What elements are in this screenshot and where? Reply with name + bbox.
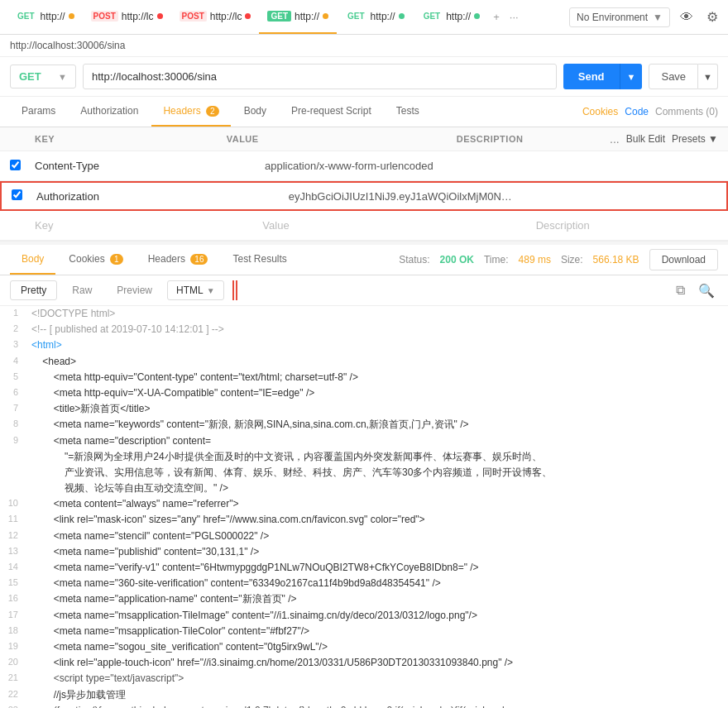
format-dropdown[interactable]: HTML ▼ [167,280,224,300]
code-line: 6 <meta http-equiv="X-UA-Compatible" con… [0,385,728,401]
save-button[interactable]: Save [649,64,698,89]
status-value: 200 OK [440,254,474,266]
code-view: 1<!DOCTYPE html>2<!-- [ published at 201… [0,306,728,708]
line-number: 8 [7,417,31,433]
save-dropdown-arrow[interactable]: ▼ [698,64,718,89]
headers-table-header: KEY VALUE DESCRIPTION ... Bulk Edit Pres… [0,127,728,151]
line-number: 10 [7,496,31,512]
env-arrow-icon: ▼ [653,12,663,23]
comments-link[interactable]: Comments (0) [655,106,718,117]
line-number: 18 [7,624,31,639]
request-bar: GET ▼ Send ▼ Save ▼ [0,57,728,97]
check-authorization[interactable] [12,189,36,203]
environment-select[interactable]: No Environment ▼ [569,7,670,27]
line-content: <head> [31,354,721,370]
time-value: 489 ms [519,254,551,266]
new-row-key[interactable]: Key [35,219,262,232]
tab-5[interactable]: GET http:// [337,0,413,34]
eye-icon-btn[interactable]: 👁 [677,7,697,28]
send-button[interactable]: Send [563,64,620,89]
send-button-group: Send ▼ [563,64,643,89]
line-content: <html> [31,337,721,353]
settings-icon-btn[interactable]: ⚙ [703,6,721,28]
tab-tests[interactable]: Tests [385,97,431,127]
tab-1-method: GET [15,11,37,22]
line-content: <meta name="msapplication-TileImage" con… [31,608,721,624]
three-dots-icon[interactable]: ... [610,132,620,146]
code-line: 14 <meta name="verify-v1" content="6Htwm… [0,560,728,576]
line-number: 23 [7,703,31,708]
send-dropdown-arrow[interactable]: ▼ [620,64,643,89]
method-label: GET [19,70,41,83]
line-content: <meta name="msapplication-TileColor" con… [31,624,721,639]
line-content: //js异步加载管理 [31,687,721,703]
code-line: 3<html> [0,337,728,353]
checkbox-content-type[interactable] [10,160,21,170]
download-button[interactable]: Download [649,249,718,270]
line-number: 4 [7,354,31,370]
line-number: 11 [7,512,31,528]
tab-headers[interactable]: Headers 2 [151,97,230,127]
line-content: <title>新浪首页</title> [31,401,721,417]
copy-icon-btn[interactable]: ⧉ [673,281,688,300]
fmt-tab-raw[interactable]: Raw [62,281,102,299]
tab-2[interactable]: POST http://lc [83,0,171,34]
tab-body[interactable]: Body [232,97,278,127]
line-number: 13 [7,544,31,560]
format-icon-lines [232,280,237,300]
presets-btn[interactable]: Presets ▼ [672,133,718,145]
checkbox-authorization[interactable] [12,189,22,200]
line-content: <meta name="publishid" content="30,131,1… [31,544,721,560]
tab-1-url: http:// [41,11,65,22]
tab-2-dot [157,13,163,19]
status-label: Status: [399,254,429,266]
headers-badge: 2 [206,106,219,117]
line-number: 15 [7,576,31,591]
tab-3-method: POST [180,11,207,22]
resp-tab-test-results[interactable]: Test Results [221,245,298,275]
line-number: 16 [7,591,31,607]
tab-pre-request[interactable]: Pre-request Script [280,97,383,127]
resp-tab-headers[interactable]: Headers 16 [136,245,220,275]
code-link[interactable]: Code [625,106,649,117]
tab-params[interactable]: Params [10,97,67,127]
resp-tab-cookies[interactable]: Cookies 1 [57,245,134,275]
fmt-tab-preview[interactable]: Preview [107,281,162,299]
code-line: 21 <script type="text/javascript"> [0,671,728,686]
code-line: 12 <meta name="stencil" content="PGLS000… [0,529,728,544]
tab-bar-right: No Environment ▼ 👁 ⚙ [569,6,721,28]
tab-4[interactable]: GET http:// [259,0,337,34]
fmt-tab-pretty[interactable]: Pretty [10,280,57,300]
add-tab-btn[interactable]: + [488,11,505,23]
header-row-authorization: Authorization eyJhbGciOiJIUzI1NiJ9.eyJ1a… [0,181,728,211]
resp-headers-badge: 16 [190,254,208,265]
line-number: 5 [7,370,31,385]
bulk-edit-btn[interactable]: Bulk Edit [626,133,665,145]
value-col-header: VALUE [227,134,457,144]
tab-6[interactable]: GET http:// [413,0,489,34]
search-icon-btn[interactable]: 🔍 [695,281,718,300]
cookies-badge: 1 [110,254,123,265]
tab-6-url: http:// [446,11,471,22]
line-content: <meta content="always" name="referrer"> [31,496,721,512]
method-arrow-icon: ▼ [58,72,67,82]
resp-tab-body[interactable]: Body [10,245,55,275]
line-content: <meta name="description" content= "=新浪网为… [31,433,721,497]
tab-3-dot [245,13,251,19]
tab-3[interactable]: POST http://lc [171,0,260,34]
breadcrumb: http://localhost:30006/sina [0,35,728,57]
more-tabs-btn[interactable]: ··· [505,11,524,23]
line-number: 1 [7,306,31,322]
code-line: 16 <meta name="application-name" content… [0,591,728,607]
new-row-desc[interactable]: Description [536,219,718,232]
check-content-type[interactable] [10,160,35,173]
method-dropdown[interactable]: GET ▼ [10,65,76,88]
line-content: <meta name="verify-v1" content="6Htwmypg… [31,560,721,576]
tab-authorization[interactable]: Authorization [69,97,150,127]
url-input[interactable] [83,64,557,89]
new-row-value[interactable]: Value [262,219,535,232]
code-line: 13 <meta name="publishid" content="30,13… [0,544,728,560]
format-dropdown-arrow: ▼ [207,286,215,295]
cookies-link[interactable]: Cookies [582,106,618,117]
tab-1[interactable]: GET http:// [7,0,83,34]
